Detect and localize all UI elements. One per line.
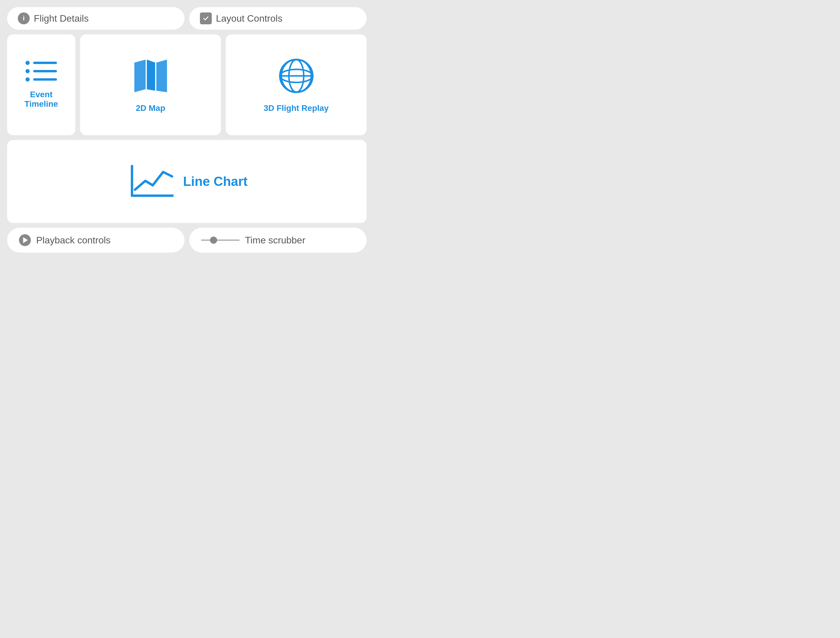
event-timeline-label: EventTimeline (24, 90, 58, 109)
event-timeline-card[interactable]: EventTimeline (7, 35, 75, 135)
event-timeline-icon (25, 61, 57, 82)
flight-3d-card[interactable]: 3D Flight Replay (226, 35, 367, 135)
scrubber-thumb (210, 237, 217, 244)
dot-1 (25, 61, 30, 65)
layout-controls-label: Layout Controls (216, 13, 282, 24)
line-chart-card[interactable]: Line Chart (7, 140, 367, 223)
middle-row: EventTimeline 2D Map (7, 35, 367, 135)
top-row: i Flight Details Layout Controls (7, 7, 367, 30)
flight-3d-label: 3D Flight Replay (264, 103, 329, 113)
map-2d-label: 2D Map (136, 103, 166, 113)
dot-3 (25, 77, 30, 82)
line-chart-label: Line Chart (183, 174, 248, 189)
map-2d-card[interactable]: 2D Map (80, 35, 221, 135)
svg-marker-1 (147, 60, 155, 91)
flight-details-label: Flight Details (34, 13, 89, 24)
svg-marker-2 (156, 60, 167, 92)
bottom-row: Playback controls Time scrubber (7, 228, 367, 253)
scrubber-line (201, 240, 240, 241)
check-icon (200, 13, 212, 24)
globe-icon (277, 57, 316, 96)
line-2 (33, 70, 57, 72)
map-icon (131, 57, 170, 96)
layout-controls-button[interactable]: Layout Controls (189, 7, 367, 30)
line-3 (33, 78, 57, 81)
dot-2 (25, 69, 30, 73)
svg-marker-0 (134, 60, 146, 92)
scrubber-track (201, 237, 240, 244)
playback-controls-label: Playback controls (36, 235, 111, 246)
line-chart-icon (126, 160, 174, 203)
line-1 (33, 62, 57, 64)
info-icon: i (18, 13, 30, 24)
time-scrubber-button[interactable]: Time scrubber (189, 228, 367, 253)
flight-details-button[interactable]: i Flight Details (7, 7, 185, 30)
time-scrubber-label: Time scrubber (245, 235, 305, 246)
play-icon (19, 234, 31, 246)
playback-controls-button[interactable]: Playback controls (7, 228, 185, 253)
page-wrapper: i Flight Details Layout Controls (7, 7, 367, 253)
